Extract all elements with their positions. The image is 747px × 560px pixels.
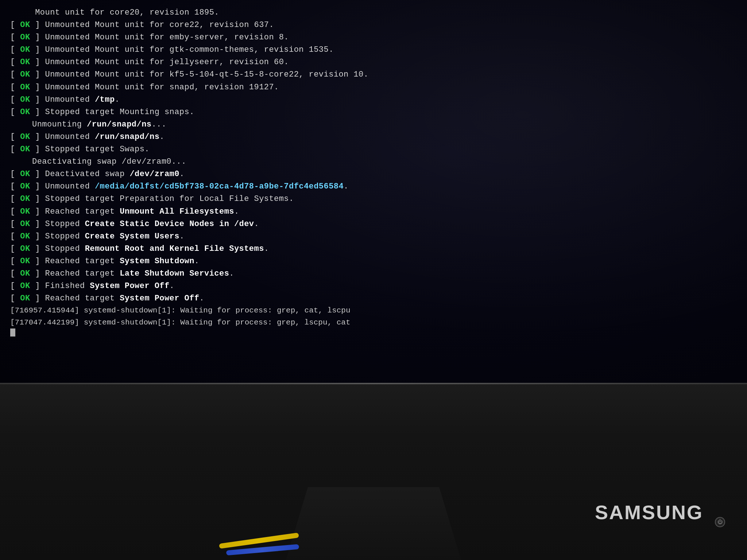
terminal-line: [ OK ] Stopped target Mounting snaps. bbox=[10, 106, 737, 118]
terminal-cursor-line bbox=[10, 328, 737, 337]
monitor-bezel-bottom: ★ ENERGY STAR SAMSUNG ⏻ bbox=[0, 383, 747, 560]
terminal-line: [ OK ] Stopped Create Static Device Node… bbox=[10, 218, 737, 230]
terminal-output: Mount unit for core20, revision 1895. [ … bbox=[0, 0, 747, 340]
terminal-timestamp-line: [717047.442199] systemd-shutdown[1]: Wai… bbox=[10, 317, 737, 329]
terminal-timestamp-line: [716957.415944] systemd-shutdown[1]: Wai… bbox=[10, 305, 737, 317]
terminal-line: [ OK ] Finished System Power Off. bbox=[10, 280, 737, 292]
samsung-logo: SAMSUNG bbox=[595, 501, 703, 524]
terminal-line: [ OK ] Reached target System Power Off. bbox=[10, 292, 737, 305]
terminal-line: [ OK ] Unmounted /tmp. bbox=[10, 94, 737, 106]
terminal-line: [ OK ] Reached target System Shutdown. bbox=[10, 255, 737, 268]
terminal-line: [ OK ] Unmounted Mount unit for core22, … bbox=[10, 19, 737, 31]
power-button[interactable]: ⏻ bbox=[715, 517, 725, 527]
terminal-line: [ OK ] Stopped Create System Users. bbox=[10, 230, 737, 243]
monitor-screen: Mount unit for core20, revision 1895. [ … bbox=[0, 0, 747, 383]
terminal-line: [ OK ] Unmounted Mount unit for jellysee… bbox=[10, 56, 737, 69]
terminal-line: [ OK ] Unmounted Mount unit for kf5-5-10… bbox=[10, 69, 737, 81]
terminal-line: [ OK ] Unmounted Mount unit for gtk-comm… bbox=[10, 44, 737, 56]
terminal-line: Unmounting /run/snapd/ns... bbox=[10, 118, 737, 131]
terminal-line: Mount unit for core20, revision 1895. bbox=[10, 7, 737, 19]
terminal-line: Deactivating swap /dev/zram0... bbox=[10, 156, 737, 168]
terminal-line: [ OK ] Stopped target Preparation for Lo… bbox=[10, 193, 737, 205]
terminal-line: [ OK ] Deactivated swap /dev/zram0. bbox=[10, 168, 737, 180]
terminal-line: [ OK ] Reached target Unmount All Filesy… bbox=[10, 206, 737, 218]
terminal-line: [ OK ] Unmounted /media/dolfst/cd5bf738-… bbox=[10, 180, 737, 193]
terminal-line: [ OK ] Stopped target Swaps. bbox=[10, 143, 737, 156]
terminal-line: [ OK ] Unmounted /run/snapd/ns. bbox=[10, 131, 737, 143]
terminal-line: [ OK ] Unmounted Mount unit for snapd, r… bbox=[10, 81, 737, 94]
terminal-line: [ OK ] Reached target Late Shutdown Serv… bbox=[10, 268, 737, 280]
terminal-cursor bbox=[10, 328, 15, 337]
terminal-line: [ OK ] Stopped Remount Root and Kernel F… bbox=[10, 243, 737, 255]
terminal-line: [ OK ] Unmounted Mount unit for emby-ser… bbox=[10, 31, 737, 44]
monitor: Mount unit for core20, revision 1895. [ … bbox=[0, 0, 747, 560]
